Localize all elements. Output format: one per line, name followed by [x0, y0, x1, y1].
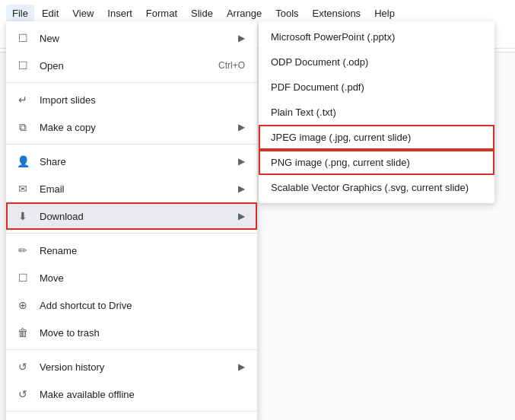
odp-label: ODP Document (.odp)	[271, 56, 368, 68]
import-icon: ↵	[15, 92, 30, 107]
separator-4	[6, 349, 257, 350]
submenu-txt[interactable]: Plain Text (.txt)	[259, 100, 494, 125]
menu-slide[interactable]: Slide	[185, 5, 219, 22]
email-icon: ✉	[15, 181, 30, 196]
menu-help[interactable]: Help	[368, 5, 401, 22]
file-menu-details[interactable]: ℹ Details	[6, 415, 257, 420]
menu-arrange[interactable]: Arrange	[221, 5, 268, 22]
open-shortcut: Ctrl+O	[218, 60, 245, 71]
download-arrow: ▶	[238, 211, 245, 221]
offline-label: Make available offline	[40, 389, 245, 400]
submenu-pdf[interactable]: PDF Document (.pdf)	[259, 75, 494, 100]
file-menu-import[interactable]: ↵ Import slides	[6, 86, 257, 113]
share-label: Share	[40, 156, 229, 167]
menu-edit[interactable]: Edit	[36, 5, 65, 22]
file-menu-move[interactable]: ☐ Move	[6, 264, 257, 291]
file-menu-email[interactable]: ✉ Email ▶	[6, 175, 257, 202]
email-arrow: ▶	[238, 183, 245, 194]
rename-label: Rename	[40, 245, 245, 256]
trash-label: Move to trash	[40, 327, 245, 339]
file-menu-version[interactable]: ↺ Version history ▶	[6, 353, 257, 380]
separator-3	[6, 233, 257, 234]
separator-1	[6, 82, 257, 83]
txt-label: Plain Text (.txt)	[271, 107, 336, 118]
open-label: Open	[40, 60, 209, 72]
menu-insert[interactable]: Insert	[101, 5, 138, 22]
file-menu-new[interactable]: ☐ New ▶	[6, 24, 257, 52]
import-label: Import slides	[40, 94, 245, 106]
separator-5	[6, 411, 257, 412]
trash-icon: 🗑	[15, 325, 30, 340]
png-label: PNG image (.png, current slide)	[271, 157, 410, 168]
new-arrow: ▶	[238, 33, 245, 43]
file-menu-trash[interactable]: 🗑 Move to trash	[6, 319, 257, 346]
menu-file[interactable]: File	[6, 5, 34, 22]
version-arrow: ▶	[238, 361, 245, 372]
version-label: Version history	[40, 361, 229, 373]
file-menu-rename[interactable]: ✏ Rename	[6, 237, 257, 264]
file-menu-open[interactable]: ☐ Open Ctrl+O	[6, 52, 257, 79]
new-label: New	[40, 33, 229, 44]
file-menu-copy[interactable]: ⧉ Make a copy ▶	[6, 113, 257, 141]
shortcut-label: Add shortcut to Drive	[40, 300, 245, 311]
submenu-svg[interactable]: Scalable Vector Graphics (.svg, current …	[259, 175, 494, 200]
jpg-label: JPEG image (.jpg, current slide)	[271, 132, 411, 143]
new-icon: ☐	[15, 30, 30, 46]
svg-label: Scalable Vector Graphics (.svg, current …	[271, 182, 469, 193]
file-menu-shortcut[interactable]: ⊕ Add shortcut to Drive	[6, 291, 257, 319]
pdf-label: PDF Document (.pdf)	[271, 81, 364, 93]
download-submenu: Microsoft PowerPoint (.pptx) ODP Documen…	[259, 21, 494, 203]
menu-format[interactable]: Format	[140, 5, 183, 22]
share-arrow: ▶	[238, 156, 245, 167]
menu-tools[interactable]: Tools	[269, 5, 304, 22]
separator-2	[6, 144, 257, 145]
submenu-odp[interactable]: ODP Document (.odp)	[259, 49, 494, 75]
open-icon: ☐	[15, 58, 30, 73]
rename-icon: ✏	[15, 243, 30, 258]
download-label: Download	[40, 211, 229, 222]
email-label: Email	[40, 183, 229, 195]
pptx-label: Microsoft PowerPoint (.pptx)	[271, 31, 395, 43]
move-icon: ☐	[15, 270, 30, 285]
copy-icon: ⧉	[15, 119, 30, 135]
version-icon: ↺	[15, 359, 30, 374]
offline-icon: ↺	[15, 387, 30, 402]
menu-view[interactable]: View	[66, 5, 100, 22]
copy-arrow: ▶	[238, 122, 245, 132]
move-label: Move	[40, 272, 245, 284]
file-menu-offline[interactable]: ↺ Make available offline	[6, 380, 257, 408]
submenu-png[interactable]: PNG image (.png, current slide)	[259, 150, 494, 175]
share-icon: 👤	[15, 154, 30, 169]
menu-bar: File Edit View Insert Format Slide Arran…	[0, 3, 515, 24]
copy-label: Make a copy	[40, 122, 229, 133]
file-menu-share[interactable]: 👤 Share ▶	[6, 148, 257, 175]
file-menu-download[interactable]: ⬇ Download ▶	[6, 202, 257, 230]
file-menu: ☐ New ▶ ☐ Open Ctrl+O ↵ Import slides ⧉ …	[6, 21, 257, 420]
download-icon: ⬇	[15, 208, 30, 224]
shortcut-icon: ⊕	[15, 298, 30, 313]
menu-extensions[interactable]: Extensions	[307, 5, 367, 22]
submenu-pptx[interactable]: Microsoft PowerPoint (.pptx)	[259, 24, 494, 49]
submenu-jpg[interactable]: JPEG image (.jpg, current slide)	[259, 125, 494, 150]
